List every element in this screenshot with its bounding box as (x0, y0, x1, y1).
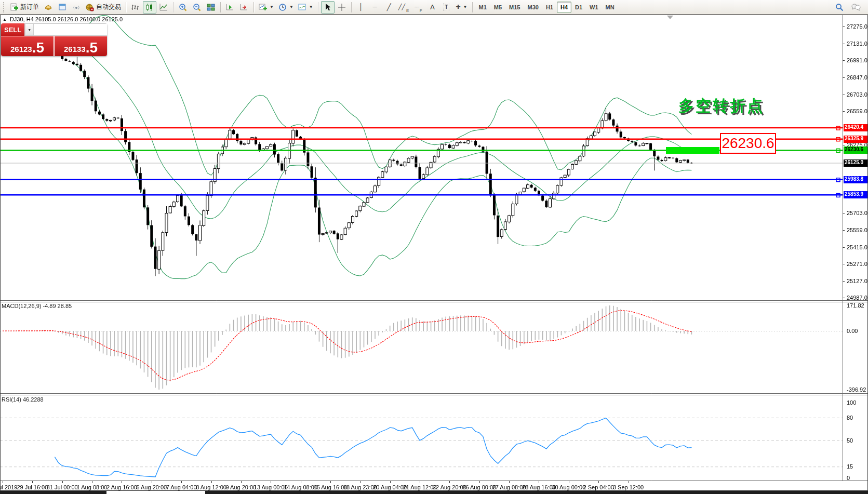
trendline-icon: ╱ (387, 3, 391, 11)
timeframe-M30[interactable]: M30 (524, 2, 542, 13)
zoom-in-button[interactable] (176, 1, 190, 14)
boxed-price-annotation[interactable]: 26230.6 (720, 133, 776, 154)
new-order-label: 新订单 (20, 3, 39, 11)
chat-button[interactable] (849, 1, 863, 14)
timeframe-M15[interactable]: M15 (505, 2, 524, 13)
toolbar-grip (3, 2, 6, 12)
clock-icon (278, 3, 287, 11)
chart-canvas[interactable] (0, 15, 868, 490)
dropdown-caret-icon: ▼ (289, 5, 293, 9)
signal-waves-icon (72, 3, 81, 11)
fibonacci-button[interactable]: ┄F (411, 1, 425, 14)
text-label-button[interactable]: T (439, 1, 453, 14)
gold-book-icon (44, 3, 52, 11)
panel-collapse-icon[interactable]: ▲ (3, 17, 7, 22)
chat-bubbles-icon (851, 3, 861, 11)
toolbar-separator (351, 2, 352, 12)
timeframe-bar: M1M5M15M30H1H4D1W1MN (475, 2, 618, 13)
arrows-button[interactable]: ✚▼ (453, 1, 469, 14)
chart-shift-button[interactable] (237, 1, 251, 14)
toolbar-separator (253, 2, 254, 12)
volume-input[interactable] (34, 24, 107, 35)
volume-control: ▼ ▲ (24, 23, 107, 36)
fibonacci-icon: ┄ (415, 3, 419, 11)
sell-price-display[interactable]: 26123 .5 (1, 36, 54, 56)
crosshair-icon (338, 3, 346, 11)
terminal-window-button[interactable] (56, 1, 69, 14)
main-toolbar: 新订单 自动交易 ▼ ▼ (0, 0, 868, 15)
zoom-out-icon (193, 3, 201, 11)
line-chart-button[interactable] (157, 1, 170, 14)
toolbar-separator (318, 2, 318, 12)
timeframe-M1[interactable]: M1 (475, 2, 490, 13)
buy-price-fraction: .5 (86, 41, 98, 55)
text-label-icon: T (443, 4, 449, 10)
timeframe-H4[interactable]: H4 (557, 2, 571, 13)
line-chart-icon (159, 3, 168, 11)
cursor-button[interactable] (321, 1, 335, 14)
period-clock-button[interactable]: ▼ (276, 1, 296, 14)
arrows-icon: ✚ (456, 4, 460, 10)
sell-price-fraction: .5 (32, 41, 44, 55)
template-chart-icon (298, 3, 306, 11)
volume-decrease-button[interactable]: ▼ (25, 24, 34, 35)
text-button[interactable]: A (425, 1, 439, 14)
chart-shift-icon (240, 3, 248, 11)
text-icon: A (430, 3, 435, 11)
timeframe-MN[interactable]: MN (602, 2, 618, 13)
toolbar-separator (126, 2, 126, 12)
buy-price-main: 26133 (64, 44, 86, 55)
timeframe-W1[interactable]: W1 (586, 2, 602, 13)
new-chart-icon (259, 3, 267, 11)
autotrading-label: 自动交易 (96, 3, 121, 11)
autotrading-globe-icon (86, 3, 94, 11)
timeframe-M5[interactable]: M5 (490, 2, 505, 13)
history-center-button[interactable] (42, 1, 55, 14)
timeframe-D1[interactable]: D1 (571, 2, 586, 13)
vertical-line-button[interactable]: │ (354, 1, 368, 14)
new-order-icon (10, 3, 18, 11)
channel-icon: ╱╱ (398, 4, 405, 10)
vertical-line-icon: │ (359, 3, 363, 11)
search-button[interactable] (833, 1, 846, 14)
buy-price-display[interactable]: 26133 .5 (55, 36, 107, 56)
auto-scroll-button[interactable] (223, 1, 237, 14)
search-icon (835, 3, 844, 11)
equidistant-channel-button[interactable]: ╱╱E (396, 1, 411, 14)
macd-indicator-label: MACD(12,26,9) -4.89 28.85 (2, 303, 72, 309)
chart-title: ▲ DJ30, H4 26105.0 26126.0 26100.0 26125… (3, 16, 123, 22)
candlestick-chart-button[interactable] (143, 1, 156, 14)
toolbar-separator (173, 2, 173, 12)
cursor-arrow-icon (324, 3, 332, 11)
candlestick-icon (145, 3, 154, 11)
toolbar-separator (472, 2, 473, 12)
turning-point-annotation[interactable]: 多空转折点 (678, 96, 764, 117)
new-order-button[interactable]: 新订单 (8, 1, 41, 14)
crosshair-button[interactable] (335, 1, 349, 14)
bar-chart-button[interactable] (129, 1, 142, 14)
dropdown-caret-icon: ▼ (270, 5, 274, 9)
horizontal-line-icon: ─ (373, 3, 377, 11)
symbol-quote-line: DJ30, H4 26105.0 26126.0 26100.0 26125.0 (10, 16, 123, 22)
fibonacci-sub-label: F (420, 8, 422, 13)
zoom-in-icon (179, 3, 187, 11)
auto-scroll-icon (226, 3, 234, 11)
window-bottom-gap (106, 491, 205, 494)
window-icon (58, 3, 66, 11)
channel-sub-label: E (406, 8, 409, 13)
sell-button[interactable]: SELL (1, 23, 24, 36)
rsi-indicator-label: RSI(14) 46.2288 (2, 396, 44, 403)
bar-chart-icon (131, 3, 140, 11)
timeframe-H1[interactable]: H1 (542, 2, 557, 13)
autotrading-button[interactable]: 自动交易 (84, 1, 123, 14)
sell-price-main: 26123 (10, 44, 32, 55)
zoom-out-button[interactable] (190, 1, 204, 14)
templates-button[interactable]: ▼ (296, 1, 315, 14)
horizontal-line-button[interactable]: ─ (368, 1, 382, 14)
tile-windows-button[interactable] (204, 1, 218, 14)
one-click-trading-panel: SELL ▼ ▲ BUY 26123 .5 26133 .5 (1, 23, 107, 56)
trendline-button[interactable]: ╱ (382, 1, 396, 14)
signals-button[interactable] (70, 1, 83, 14)
tile-windows-icon (207, 3, 215, 11)
new-chart-button[interactable]: ▼ (257, 1, 276, 14)
